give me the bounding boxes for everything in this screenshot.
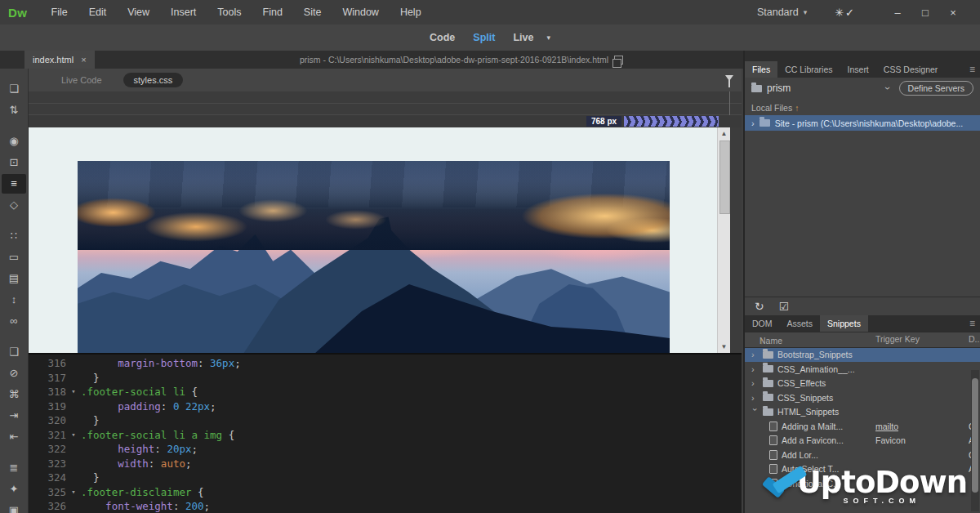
tab-files[interactable]: Files: [745, 61, 777, 78]
scrollbar-thumb[interactable]: [719, 141, 730, 214]
recently-modified-icon[interactable]: ≣: [2, 458, 26, 478]
menu-view[interactable]: View: [117, 7, 160, 18]
tab-snippets[interactable]: Snippets: [820, 315, 868, 332]
snippet-file-row[interactable]: Add a Favicon...FaviconA: [745, 434, 980, 448]
code-line[interactable]: 319 padding: 0 22px;: [29, 399, 742, 414]
close-icon[interactable]: ×: [81, 55, 86, 65]
expand-all-icon[interactable]: ↕: [2, 290, 26, 310]
column-trigger-key[interactable]: Trigger Key: [875, 334, 920, 344]
dreamweaver-logo[interactable]: Dw: [8, 6, 28, 20]
tab-cc-libraries[interactable]: CC Libraries: [777, 61, 840, 78]
code-view[interactable]: 316 margin-bottom: 36px;317 }318▾.footer…: [29, 353, 742, 513]
snippet-file-row[interactable]: Add Lor...C: [745, 448, 980, 462]
related-windows-icon[interactable]: [614, 56, 623, 65]
snippet-folder-row[interactable]: ›CSS_Snippets: [745, 390, 980, 405]
chevron-down-icon[interactable]: ›: [882, 87, 893, 90]
design-view[interactable]: ▲ ▼: [29, 127, 742, 353]
tab-css-designer[interactable]: CSS Designer: [876, 61, 946, 78]
apply-comment-icon[interactable]: ❑: [2, 342, 26, 362]
site-root-row[interactable]: › Site - prism (C:\Users\nishkuma\Deskto…: [745, 115, 980, 131]
outdent-code-icon[interactable]: ⇤: [2, 427, 26, 447]
chevron-right-icon[interactable]: ›: [751, 364, 759, 374]
close-button[interactable]: ×: [939, 7, 967, 19]
chevron-right-icon[interactable]: ›: [751, 378, 759, 388]
tab-dom[interactable]: DOM: [745, 315, 780, 332]
remove-comment-icon[interactable]: ⊘: [2, 364, 26, 383]
design-scrollbar[interactable]: ▲ ▼: [717, 127, 730, 353]
menu-insert[interactable]: Insert: [160, 7, 207, 18]
code-line[interactable]: 316 margin-bottom: 36px;: [29, 356, 742, 371]
maximize-button[interactable]: □: [911, 7, 939, 19]
live-view-options-icon[interactable]: ◉: [2, 132, 26, 151]
code-line[interactable]: 320 }: [29, 413, 742, 428]
fold-arrow-icon[interactable]: ▾: [66, 385, 81, 399]
code-line[interactable]: 318▾.footer-social li {: [29, 385, 742, 399]
file-list-area[interactable]: [745, 131, 980, 297]
chevron-right-icon[interactable]: ›: [751, 393, 759, 403]
snippet-file-row[interactable]: Adding a Mailt...mailtoC: [745, 419, 980, 434]
live-code-button[interactable]: Live Code: [61, 75, 102, 85]
wrap-tag-icon[interactable]: ∞: [2, 311, 26, 331]
menu-help[interactable]: Help: [390, 7, 432, 18]
browser-preview-icon[interactable]: ▣: [2, 501, 26, 513]
scrollbar-thumb[interactable]: [972, 378, 978, 493]
collapse-selection-icon[interactable]: ▤: [2, 269, 26, 288]
viewport-width-badge[interactable]: 768 px: [586, 116, 621, 127]
menu-find[interactable]: Find: [252, 7, 293, 18]
column-description[interactable]: D...: [969, 334, 980, 344]
checkout-files-icon[interactable]: ☑: [779, 300, 790, 313]
stylesheet-button[interactable]: styles.css: [123, 73, 184, 87]
extensions-icon[interactable]: ✦: [2, 480, 26, 499]
menu-file[interactable]: File: [41, 7, 78, 18]
menu-tools[interactable]: Tools: [207, 7, 252, 18]
mode-split[interactable]: Split: [473, 32, 495, 43]
collapse-full-tag-icon[interactable]: ▭: [2, 248, 26, 267]
chevron-down-icon[interactable]: ▾: [546, 33, 550, 42]
snippet-folder-row[interactable]: ›CSS_Effects: [745, 377, 980, 391]
snippets-scrollbar[interactable]: [971, 370, 979, 511]
code-hints-icon[interactable]: ⌘: [2, 385, 26, 404]
sync-settings-icon[interactable]: ✳✓: [835, 7, 854, 19]
code-navigator-icon[interactable]: ∷: [2, 226, 26, 246]
workspace-selector[interactable]: Standard ▾: [757, 7, 807, 18]
code-line[interactable]: 317 }: [29, 371, 742, 386]
indent-code-icon[interactable]: ⇥: [2, 406, 26, 426]
scroll-down-icon[interactable]: ▼: [718, 343, 730, 350]
rio-hero-image[interactable]: [78, 161, 670, 353]
tab-assets[interactable]: Assets: [780, 315, 821, 332]
chevron-right-icon[interactable]: ›: [751, 408, 760, 416]
code-line[interactable]: 325▾.footer-disclaimer {: [29, 485, 742, 500]
menu-window[interactable]: Window: [332, 7, 389, 18]
snippet-folder-row[interactable]: ›CSS_Animation__...: [745, 362, 980, 377]
open-documents-icon[interactable]: ❏: [2, 79, 26, 99]
minimize-button[interactable]: –: [884, 7, 911, 19]
live-code-icon[interactable]: ◇: [2, 195, 26, 215]
chevron-right-icon[interactable]: ›: [751, 350, 759, 359]
tab-index-html[interactable]: index.html ×: [24, 51, 95, 69]
code-line[interactable]: 321▾.footer-social li a img {: [29, 428, 742, 443]
media-query-range-bar[interactable]: [624, 116, 719, 127]
menu-site[interactable]: Site: [293, 7, 332, 18]
snippet-folder-row[interactable]: ›Bootstrap_Snippets: [745, 348, 980, 363]
menu-edit[interactable]: Edit: [78, 7, 118, 18]
file-management-icon[interactable]: ⇅: [2, 100, 26, 120]
scroll-up-icon[interactable]: ▲: [718, 130, 730, 137]
code-line[interactable]: 326 font-weight: 200;: [29, 499, 742, 513]
mode-code[interactable]: Code: [430, 32, 455, 43]
chevron-right-icon[interactable]: ›: [751, 118, 755, 128]
hamburger-icon[interactable]: ≡: [969, 64, 975, 75]
code-line[interactable]: 324 }: [29, 471, 742, 485]
code-line[interactable]: 323 width: auto;: [29, 457, 742, 471]
refresh-icon[interactable]: ↻: [755, 300, 764, 313]
define-servers-button[interactable]: Define Servers: [899, 81, 973, 96]
tab-insert[interactable]: Insert: [840, 61, 876, 78]
fold-arrow-icon[interactable]: ▾: [66, 428, 81, 443]
site-dropdown[interactable]: prism: [767, 83, 881, 94]
snippet-folder-row[interactable]: ›HTML_Snippets: [745, 405, 980, 420]
inspect-mode-icon[interactable]: ⊡: [2, 153, 26, 172]
fold-arrow-icon[interactable]: ▾: [66, 485, 81, 500]
format-source-code-icon[interactable]: ≡: [2, 174, 26, 194]
hamburger-icon[interactable]: ≡: [969, 318, 975, 329]
mode-live[interactable]: Live: [513, 32, 533, 43]
filter-icon[interactable]: [725, 75, 733, 85]
